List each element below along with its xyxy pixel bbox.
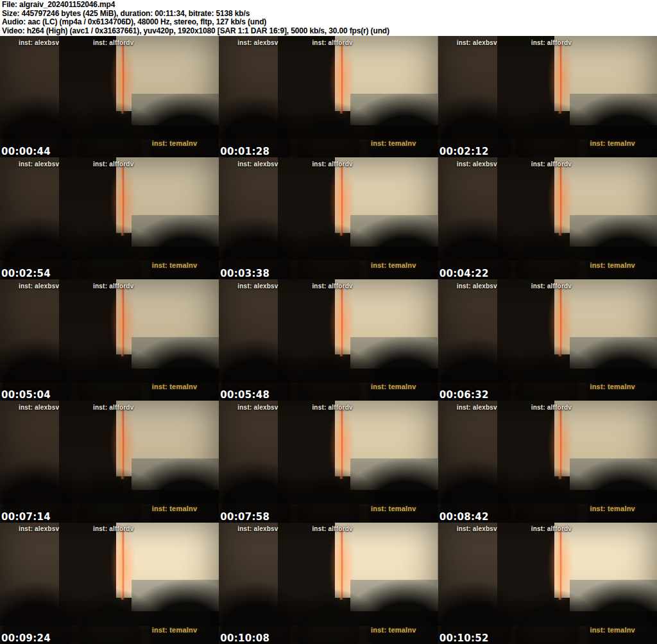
watermark-bottom-right: inst: temalnv [152, 261, 197, 269]
watermark-bottom-right: inst: temalnv [371, 383, 416, 390]
watermark-bottom-right: inst: temalnv [590, 383, 635, 390]
watermark-top-center: inst: alffordv [93, 283, 133, 290]
timestamp-label: 00:05:48 [220, 389, 269, 401]
watermark-top-center: inst: alffordv [312, 525, 352, 532]
watermark-top-left: inst: alexbsv [457, 39, 497, 46]
watermark-bottom-right: inst: temalnv [371, 139, 416, 147]
video-thumbnail: inst: alexbsv inst: alffordv inst: temal… [219, 279, 438, 401]
timestamp-label: 00:07:58 [220, 511, 269, 523]
video-thumbnail: inst: alexbsv inst: alffordv inst: temal… [0, 279, 219, 401]
watermark-top-left: inst: alexbsv [457, 525, 497, 532]
watermark-top-center: inst: alffordv [531, 161, 572, 168]
timestamp-label: 00:01:28 [220, 146, 269, 157]
watermark-top-left: inst: alexbsv [237, 404, 278, 411]
watermark-bottom-right: inst: temalnv [152, 139, 197, 147]
watermark-top-left: inst: alexbsv [237, 525, 278, 532]
watermark-top-left: inst: alexbsv [19, 404, 59, 411]
watermark-top-left: inst: alexbsv [19, 39, 59, 46]
timestamp-label: 00:06:32 [439, 389, 489, 401]
watermark-top-center: inst: alffordv [93, 161, 133, 168]
video-thumbnail: inst: alexbsv inst: alffordv inst: temal… [438, 279, 657, 401]
video-thumbnail: inst: alexbsv inst: alffordv inst: temal… [0, 523, 219, 644]
video-thumbnail: inst: alexbsv inst: alffordv inst: temal… [438, 36, 657, 157]
watermark-bottom-right: inst: temalnv [371, 261, 416, 269]
timestamp-label: 00:03:38 [220, 268, 269, 279]
watermark-bottom-right: inst: temalnv [590, 626, 635, 634]
watermark-top-center: inst: alffordv [93, 39, 133, 46]
timestamp-label: 00:05:04 [1, 389, 51, 401]
watermark-bottom-right: inst: temalnv [371, 505, 416, 512]
watermark-top-center: inst: alffordv [93, 525, 133, 532]
timestamp-label: 00:02:12 [439, 146, 489, 157]
watermark-top-center: inst: alffordv [312, 283, 352, 290]
video-thumbnail: inst: alexbsv inst: alffordv inst: temal… [219, 401, 438, 522]
watermark-top-left: inst: alexbsv [19, 161, 59, 168]
watermark-bottom-right: inst: temalnv [152, 505, 197, 512]
audio-stream-line: Audio: aac (LC) (mp4a / 0x6134706D), 480… [2, 18, 657, 27]
video-thumbnail: inst: alexbsv inst: alffordv inst: temal… [219, 157, 438, 279]
watermark-bottom-right: inst: temalnv [371, 626, 416, 634]
watermark-top-left: inst: alexbsv [237, 283, 278, 290]
video-thumbnail: inst: alexbsv inst: alffordv inst: temal… [438, 523, 657, 644]
video-thumbnail: inst: alexbsv inst: alffordv inst: temal… [0, 36, 219, 157]
watermark-top-left: inst: alexbsv [457, 283, 497, 290]
watermark-bottom-right: inst: temalnv [590, 505, 635, 512]
timestamp-label: 00:10:08 [220, 632, 269, 644]
video-stream-line: Video: h264 (High) (avc1 / 0x31637661), … [2, 27, 657, 36]
watermark-top-center: inst: alffordv [312, 404, 352, 411]
watermark-top-center: inst: alffordv [531, 404, 572, 411]
timestamp-label: 00:04:22 [439, 268, 489, 279]
timestamp-label: 00:08:42 [439, 511, 489, 523]
timestamp-label: 00:07:14 [1, 511, 51, 523]
watermark-bottom-right: inst: temalnv [152, 383, 197, 390]
file-metadata-header: File: algraiv_202401152046.mp4 Size: 445… [0, 0, 657, 36]
file-size-duration-line: Size: 445797246 bytes (425 MiB), duratio… [2, 10, 657, 19]
watermark-top-left: inst: alexbsv [457, 404, 497, 411]
watermark-top-center: inst: alffordv [531, 525, 572, 532]
video-contact-sheet: File: algraiv_202401152046.mp4 Size: 445… [0, 0, 657, 644]
watermark-top-center: inst: alffordv [312, 39, 352, 46]
watermark-top-center: inst: alffordv [312, 161, 352, 168]
timestamp-label: 00:02:54 [1, 268, 51, 279]
video-thumbnail: inst: alexbsv inst: alffordv inst: temal… [0, 157, 219, 279]
watermark-bottom-right: inst: temalnv [590, 139, 635, 147]
watermark-top-left: inst: alexbsv [237, 161, 278, 168]
video-thumbnail: inst: alexbsv inst: alffordv inst: temal… [219, 523, 438, 644]
video-thumbnail: inst: alexbsv inst: alffordv inst: temal… [0, 401, 219, 522]
file-name-line: File: algraiv_202401152046.mp4 [2, 1, 657, 10]
timestamp-label: 00:10:52 [439, 632, 489, 644]
thumbnail-grid: inst: alexbsv inst: alffordv inst: temal… [0, 36, 657, 644]
timestamp-label: 00:09:24 [1, 632, 51, 644]
video-thumbnail: inst: alexbsv inst: alffordv inst: temal… [219, 36, 438, 157]
video-thumbnail: inst: alexbsv inst: alffordv inst: temal… [438, 401, 657, 522]
watermark-bottom-right: inst: temalnv [152, 626, 197, 634]
watermark-top-left: inst: alexbsv [237, 39, 278, 46]
watermark-top-left: inst: alexbsv [457, 161, 497, 168]
video-thumbnail: inst: alexbsv inst: alffordv inst: temal… [438, 157, 657, 279]
watermark-top-center: inst: alffordv [93, 404, 133, 411]
timestamp-label: 00:00:44 [1, 146, 51, 157]
watermark-top-left: inst: alexbsv [19, 283, 59, 290]
watermark-top-center: inst: alffordv [531, 283, 572, 290]
watermark-bottom-right: inst: temalnv [590, 261, 635, 269]
watermark-top-left: inst: alexbsv [19, 525, 59, 532]
watermark-top-center: inst: alffordv [531, 39, 572, 46]
